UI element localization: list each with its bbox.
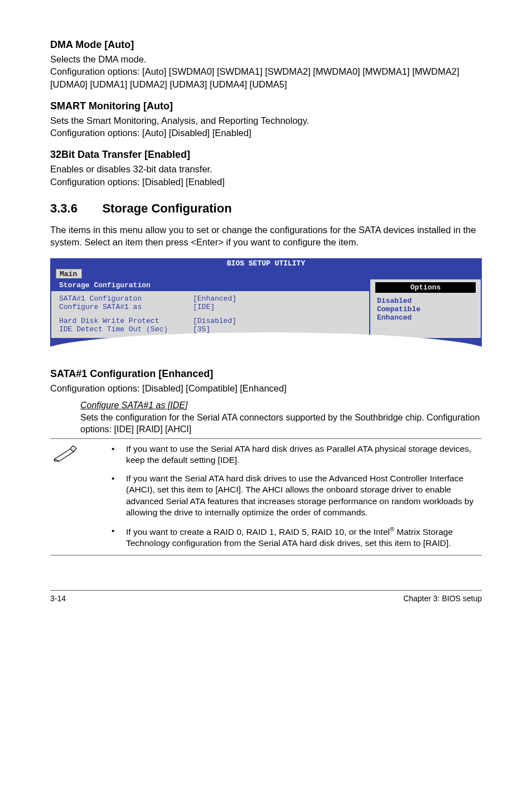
bios-value: [IDE] [193, 303, 215, 311]
bios-label: Configure SATA#1 as [59, 303, 193, 311]
text: Configuration options: [Disabled] [Enabl… [50, 177, 225, 187]
bios-title: BIOS SETUP UTILITY [50, 259, 482, 268]
bios-label: SATA#1 Configuraton [59, 294, 193, 303]
heading-smart: SMART Monitoring [Auto] [50, 100, 482, 112]
bullet-icon: • [112, 473, 126, 519]
registered-symbol: ® [390, 526, 394, 533]
bios-value: [Enhanced] [193, 294, 236, 303]
bios-left-header: Storage Configuration [51, 279, 369, 291]
para-dma: Selects the DMA mode. Configuration opti… [50, 53, 482, 90]
bios-row: Hard Disk Write Protect [Disabled] [59, 317, 361, 325]
bullet-icon: • [112, 525, 126, 549]
bios-label: Hard Disk Write Protect [59, 317, 193, 325]
page-number: 3-14 [50, 594, 66, 603]
section-intro: The items in this menu allow you to set … [50, 224, 482, 249]
bios-options-header: Options [375, 282, 476, 293]
bios-row: Configure SATA#1 as [IDE] [59, 303, 361, 311]
bios-value: [35] [193, 325, 210, 334]
note-icon-column [50, 443, 112, 549]
bios-right-pane: Options Disabled Compatible Enhanced [369, 279, 481, 338]
para-sata1: Configuration options: [Disabled] [Compa… [50, 382, 482, 394]
text: If you want to create a RAID 0, RAID 1, … [126, 527, 390, 537]
heading-32bit: 32Bit Data Transfer [Enabled] [50, 149, 482, 161]
note-item: • If you want to use the Serial ATA hard… [112, 443, 482, 466]
note-text: If you want the Serial ATA hard disk dri… [126, 473, 482, 519]
para-smart: Sets the Smart Monitoring, Analysis, and… [50, 114, 482, 139]
bios-screenshot: BIOS SETUP UTILITY Main Storage Configur… [50, 258, 482, 352]
bullet-icon: • [112, 443, 126, 466]
text: Enables or disables 32-bit data transfer… [50, 164, 212, 174]
note-block: • If you want to use the Serial ATA hard… [50, 438, 482, 555]
bios-label: IDE Detect Time Out (Sec) [59, 325, 193, 334]
bios-row: IDE Detect Time Out (Sec) [35] [59, 325, 361, 334]
bios-body: Storage Configuration SATA#1 Configurato… [50, 278, 482, 352]
bios-value: [Disabled] [193, 317, 236, 325]
note-list: • If you want to use the Serial ATA hard… [112, 443, 482, 549]
chapter-label: Chapter 3: BIOS setup [403, 594, 482, 603]
para-32bit: Enables or disables 32-bit data transfer… [50, 163, 482, 188]
section-number: 3.3.6 [50, 201, 78, 216]
text: Sets the Smart Monitoring, Analysis, and… [50, 115, 309, 125]
page-footer: 3-14 Chapter 3: BIOS setup [50, 590, 482, 603]
pencil-note-icon [52, 446, 77, 462]
bios-option: Disabled [377, 297, 474, 305]
heading-sata1: SATA#1 Configuration [Enhanced] [50, 368, 482, 380]
bios-left-pane: Storage Configuration SATA#1 Configurato… [51, 279, 369, 338]
text: Configuration options: [Auto] [SWDMA0] [… [50, 66, 459, 89]
note-item: • If you want to create a RAID 0, RAID 1… [112, 525, 482, 549]
section-title: Storage Configuration [102, 201, 231, 216]
section-heading: 3.3.6 Storage Configuration [50, 201, 482, 216]
bios-header: BIOS SETUP UTILITY Main [50, 258, 482, 278]
subheading-configure-sata: Configure SATA#1 as [IDE] [80, 400, 482, 410]
note-text: If you want to create a RAID 0, RAID 1, … [126, 525, 482, 549]
text: Configuration options: [Auto] [Disabled]… [50, 128, 251, 138]
para-configure-sata: Sets the configuration for the Serial AT… [80, 412, 482, 435]
text: Selects the DMA mode. [50, 54, 146, 64]
heading-dma: DMA Mode [Auto] [50, 39, 482, 51]
bios-row: SATA#1 Configuraton [Enhanced] [59, 294, 361, 303]
bios-option: Compatible [377, 305, 474, 313]
bios-tab-main: Main [56, 269, 82, 278]
note-item: • If you want the Serial ATA hard disk d… [112, 473, 482, 519]
note-text: If you want to use the Serial ATA hard d… [126, 443, 482, 466]
bios-option: Enhanced [377, 313, 474, 322]
